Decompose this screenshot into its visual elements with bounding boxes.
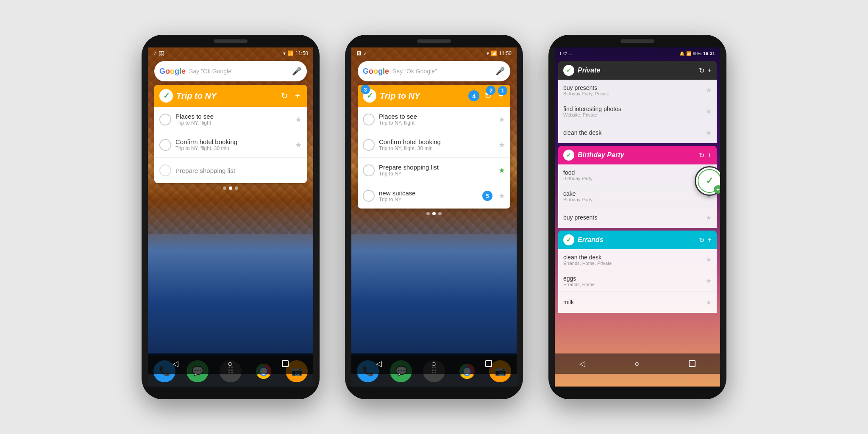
checkbox-2-4[interactable] bbox=[363, 190, 375, 202]
birthday-check[interactable]: ✓ bbox=[563, 150, 574, 161]
time-display-1: 11:50 bbox=[295, 50, 308, 56]
star-2-1[interactable]: ★ bbox=[498, 115, 505, 124]
item-title-2-2: Confirm hotel booking bbox=[379, 138, 494, 145]
checkbox-2-2[interactable] bbox=[363, 139, 375, 151]
errands-item-2[interactable]: eggs Errands, Home ★ bbox=[558, 270, 717, 292]
private-item-1[interactable]: buy presents Birthday Party, Private ★ bbox=[558, 80, 717, 101]
recents-button-2[interactable] bbox=[485, 360, 492, 367]
errands-title: Errands bbox=[578, 236, 696, 244]
errands-header[interactable]: ✓ Errands ↻ + bbox=[558, 231, 717, 249]
private-header[interactable]: ✓ Private ↻ + bbox=[558, 61, 717, 80]
errands-star-3[interactable]: ★ bbox=[706, 298, 712, 306]
wifi-icon-2: ▾ bbox=[487, 50, 489, 56]
home-button-2[interactable]: ○ bbox=[431, 359, 436, 369]
birthday-item-1[interactable]: food Birthday Party ★ bbox=[558, 164, 717, 186]
status-right-1: ▾ 📶 11:50 bbox=[283, 50, 308, 56]
recents-button-3[interactable] bbox=[689, 360, 696, 367]
item-sub-2-1: Trip to NY, flight bbox=[379, 120, 494, 126]
checkbox-2-1[interactable] bbox=[363, 114, 375, 125]
errands-check[interactable]: ✓ bbox=[563, 234, 574, 245]
errands-add[interactable]: + bbox=[708, 236, 712, 244]
checkbox-1-2[interactable] bbox=[159, 139, 171, 151]
page-dots-1 bbox=[148, 186, 313, 190]
errands-item-3[interactable]: milk ★ bbox=[558, 292, 717, 313]
status-left-1: ✓ 🖼 bbox=[153, 50, 164, 56]
phone-3-bottom bbox=[548, 387, 726, 399]
google-search-bar-1[interactable]: Google Say "Ok Google" 🎤 bbox=[154, 61, 307, 81]
widget-item-1-2: Confirm hotel booking Trip to NY, flight… bbox=[154, 132, 307, 158]
private-item-texts-1: buy presents Birthday Party, Private bbox=[563, 84, 706, 96]
recents-button-1[interactable] bbox=[282, 360, 289, 367]
home-button-3[interactable]: ○ bbox=[634, 359, 640, 369]
birthday-item-tags-2: Birthday Party bbox=[563, 197, 706, 202]
widget-badge-4: 4 bbox=[468, 90, 479, 101]
dot-1 bbox=[223, 186, 226, 190]
microphone-icon-1[interactable]: 🎤 bbox=[292, 66, 302, 76]
private-title: Private bbox=[578, 67, 696, 74]
item-text-2-4: new suitcase Trip to NY bbox=[379, 189, 478, 203]
badge-3: 3 bbox=[361, 85, 370, 94]
back-button-3[interactable]: ◁ bbox=[579, 359, 585, 368]
star-2-4[interactable]: ★ bbox=[498, 191, 505, 200]
google-search-bar-2[interactable]: Google Say "Ok Google" 🎤 bbox=[358, 61, 510, 81]
widget-1: Trip to NY ↻ + Places to see Trip to NY,… bbox=[154, 85, 307, 183]
widget-check-1[interactable] bbox=[159, 89, 173, 103]
back-button-1[interactable]: ◁ bbox=[172, 359, 178, 368]
dot-3 bbox=[235, 186, 238, 190]
item-sub-1-1: Trip to NY, flight bbox=[175, 120, 291, 126]
checkbox-1-3[interactable] bbox=[159, 164, 171, 176]
star-1-2[interactable]: ★ bbox=[295, 140, 302, 150]
back-button-2[interactable]: ◁ bbox=[376, 359, 382, 368]
fab-check-icon: ✓ bbox=[706, 175, 713, 186]
errands-star-2[interactable]: ★ bbox=[706, 277, 712, 285]
private-refresh[interactable]: ↻ bbox=[699, 67, 704, 75]
signal-icon: 📶 bbox=[287, 50, 294, 56]
errands-refresh[interactable]: ↻ bbox=[699, 236, 704, 244]
private-item-tags-1: Birthday Party, Private bbox=[563, 91, 706, 96]
private-item-3[interactable]: clean the desk ★ bbox=[558, 122, 717, 143]
private-item-2[interactable]: find interesting photos Website, Private… bbox=[558, 101, 717, 122]
badge-1: 1 bbox=[498, 86, 507, 95]
birthday-refresh[interactable]: ↻ bbox=[699, 151, 704, 159]
private-star-3[interactable]: ★ bbox=[706, 129, 712, 137]
birthday-item-3[interactable]: buy presents ★ bbox=[558, 207, 717, 228]
birthday-add[interactable]: + bbox=[708, 151, 712, 159]
page-dots-2 bbox=[351, 212, 517, 215]
star-2-2[interactable]: ★ bbox=[498, 140, 505, 150]
phone-2-bottom bbox=[345, 387, 523, 399]
errands-item-name-2: eggs bbox=[563, 275, 706, 282]
birthday-star-3[interactable]: ★ bbox=[706, 214, 712, 222]
star-1-1[interactable]: ★ bbox=[295, 115, 302, 124]
errands-item-1[interactable]: clean the desk Errands, Home, Private ★ bbox=[558, 249, 717, 270]
status-bar-3: f 🛡 ... 🔔 📶 88% 16:31 bbox=[555, 47, 720, 59]
checkbox-2-3[interactable] bbox=[363, 164, 375, 176]
private-star-2[interactable]: ★ bbox=[706, 107, 712, 115]
battery-pct-3: 88% bbox=[693, 51, 701, 56]
birthday-item-texts-2: cake Birthday Party bbox=[563, 190, 706, 202]
private-check[interactable]: ✓ bbox=[563, 65, 574, 76]
microphone-icon-2[interactable]: 🎤 bbox=[495, 66, 505, 76]
home-button-1[interactable]: ○ bbox=[228, 359, 233, 369]
widget-item-1-1: Places to see Trip to NY, flight ★ bbox=[154, 107, 307, 132]
dot-2-1 bbox=[426, 212, 430, 215]
star-2-3[interactable]: ★ bbox=[498, 166, 505, 175]
widget-add-1[interactable]: + bbox=[293, 89, 302, 103]
errands-star-1[interactable]: ★ bbox=[706, 256, 712, 264]
badge-2: 2 bbox=[486, 86, 495, 95]
errands-item-texts-3: milk bbox=[563, 299, 706, 306]
private-add[interactable]: + bbox=[708, 67, 712, 74]
errands-item-tags-1: Errands, Home, Private bbox=[563, 261, 706, 266]
errands-item-name-1: clean the desk bbox=[563, 254, 706, 261]
errands-item-texts-1: clean the desk Errands, Home, Private bbox=[563, 254, 706, 266]
image-icon-2: 🖼 bbox=[356, 50, 362, 56]
checkbox-1-1[interactable] bbox=[159, 114, 171, 125]
item-title-2-1: Places to see bbox=[379, 113, 494, 120]
status-left-2: 🖼 ✓ bbox=[356, 50, 367, 56]
birthday-header[interactable]: ✓ Birthday Party ↻ + bbox=[558, 146, 717, 164]
nav-bar-3: ◁ ○ bbox=[555, 353, 720, 374]
item-title-1-3: Prepare shopping list bbox=[175, 167, 302, 174]
widget-refresh-1[interactable]: ↻ bbox=[279, 89, 290, 103]
private-star-1[interactable]: ★ bbox=[706, 86, 712, 94]
birthday-item-2[interactable]: cake Birthday Party ★ bbox=[558, 186, 717, 207]
item-sub-2-4: Trip to NY bbox=[379, 197, 478, 203]
